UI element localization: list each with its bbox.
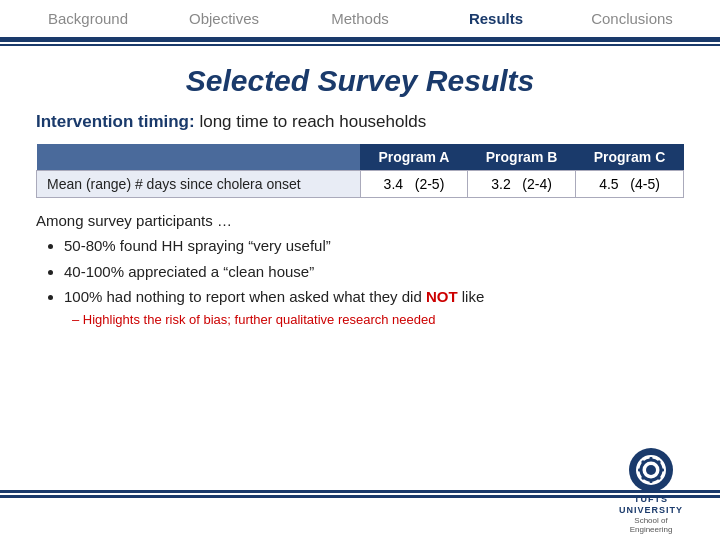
page-title: Selected Survey Results	[36, 64, 684, 98]
svg-rect-2	[650, 457, 653, 461]
table-val-b-range: (2-4)	[522, 176, 552, 192]
table-val-c-main: 4.5	[599, 176, 618, 192]
sub-bullet: Highlights the risk of bias; further qua…	[72, 312, 684, 327]
list-item-3: 100% had nothing to report when asked wh…	[64, 284, 684, 310]
tufts-university-label: TUFTS	[634, 494, 668, 505]
list-item-3-before: 100% had nothing to report when asked wh…	[64, 288, 426, 305]
subtitle-text: long time to reach households	[199, 112, 426, 131]
nav-item-conclusions[interactable]: Conclusions	[564, 2, 700, 35]
svg-rect-3	[650, 479, 653, 483]
tufts-inner	[636, 455, 666, 485]
table-header-empty	[37, 144, 361, 171]
table-row-label: Mean (range) # days since cholera onset	[37, 171, 361, 198]
data-table: Program A Program B Program C Mean (rang…	[36, 144, 684, 198]
bullet-section: Among survey participants … 50-80% found…	[36, 212, 684, 327]
table-val-b-main: 3.2	[491, 176, 510, 192]
nav-item-background[interactable]: Background	[20, 2, 156, 35]
nav-bar: Background Objectives Methods Results Co…	[0, 0, 720, 40]
tufts-school: School of	[634, 516, 667, 525]
table-cell-a: 3.4 (2-5)	[360, 171, 467, 198]
subtitle-label: Intervention timing:	[36, 112, 195, 131]
tufts-emblem	[629, 448, 673, 492]
table-val-a-main: 3.4	[384, 176, 403, 192]
nav-item-methods[interactable]: Methods	[292, 2, 428, 35]
tufts-university-sub: UNIVERSITY	[619, 505, 683, 516]
bullet-intro: Among survey participants …	[36, 212, 684, 229]
svg-rect-5	[660, 469, 664, 472]
svg-rect-4	[638, 469, 642, 472]
list-item-1: 50-80% found HH spraying “very useful”	[64, 233, 684, 259]
list-item-3-after: like	[458, 288, 485, 305]
table-header-program-b: Program B	[468, 144, 576, 171]
table-cell-b: 3.2 (2-4)	[468, 171, 576, 198]
svg-point-1	[646, 465, 656, 475]
table-cell-c: 4.5 (4-5)	[576, 171, 684, 198]
nav-item-results[interactable]: Results	[428, 2, 564, 35]
section-subtitle: Intervention timing: long time to reach …	[36, 112, 684, 132]
list-item-2: 40-100% appreciated a “clean house”	[64, 259, 684, 285]
bullet-list: 50-80% found HH spraying “very useful” 4…	[64, 233, 684, 310]
list-item-3-highlight: NOT	[426, 288, 458, 305]
table-header-program-a: Program A	[360, 144, 467, 171]
tufts-school-sub: Engineering	[630, 525, 673, 534]
table-val-a-range: (2-5)	[415, 176, 445, 192]
main-content: Selected Survey Results Intervention tim…	[0, 46, 720, 347]
tufts-logo: TUFTS UNIVERSITY School of Engineering	[606, 448, 696, 534]
table-row: Mean (range) # days since cholera onset …	[37, 171, 684, 198]
nav-item-objectives[interactable]: Objectives	[156, 2, 292, 35]
table-val-c-range: (4-5)	[630, 176, 660, 192]
tufts-gear-icon	[637, 456, 665, 484]
table-header-program-c: Program C	[576, 144, 684, 171]
